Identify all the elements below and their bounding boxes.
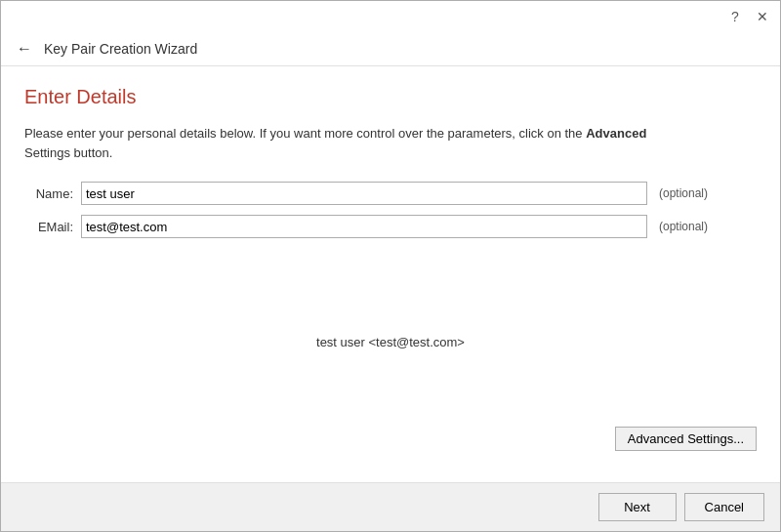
cancel-button[interactable]: Cancel xyxy=(684,493,764,521)
description-text: Please enter your personal details below… xyxy=(24,124,688,162)
name-row: Name: (optional) xyxy=(24,182,757,205)
back-arrow-icon[interactable]: ← xyxy=(17,40,32,58)
name-label: Name: xyxy=(24,186,73,201)
wizard-window: ? ✕ ← Key Pair Creation Wizard Enter Det… xyxy=(0,0,781,532)
name-optional-label: (optional) xyxy=(659,186,708,200)
email-input[interactable] xyxy=(81,215,647,238)
form-area: Name: (optional) EMail: (optional) xyxy=(24,182,757,238)
title-bar-controls: ? ✕ xyxy=(725,7,772,26)
wizard-title: Key Pair Creation Wizard xyxy=(44,41,197,57)
wizard-header: ← Key Pair Creation Wizard xyxy=(1,32,780,66)
title-bar: ? ✕ xyxy=(1,1,780,32)
section-title: Enter Details xyxy=(24,86,757,108)
close-button[interactable]: ✕ xyxy=(753,7,772,26)
email-optional-label: (optional) xyxy=(659,220,708,233)
name-input[interactable] xyxy=(81,182,647,205)
help-button[interactable]: ? xyxy=(725,7,745,26)
advanced-settings-button[interactable]: Advanced Settings... xyxy=(615,427,757,451)
advanced-row: Advanced Settings... xyxy=(24,427,757,451)
email-row: EMail: (optional) xyxy=(24,215,757,238)
footer: Next Cancel xyxy=(1,482,780,531)
next-button[interactable]: Next xyxy=(598,493,677,521)
description-part2: Settings button. xyxy=(24,145,112,160)
email-label: EMail: xyxy=(24,220,73,234)
description-part1: Please enter your personal details below… xyxy=(24,126,586,141)
description-bold: Advanced xyxy=(586,126,646,141)
main-content: Enter Details Please enter your personal… xyxy=(1,66,780,482)
preview-area: test user <test@test.com> xyxy=(24,258,757,427)
preview-text: test user <test@test.com> xyxy=(316,335,465,349)
